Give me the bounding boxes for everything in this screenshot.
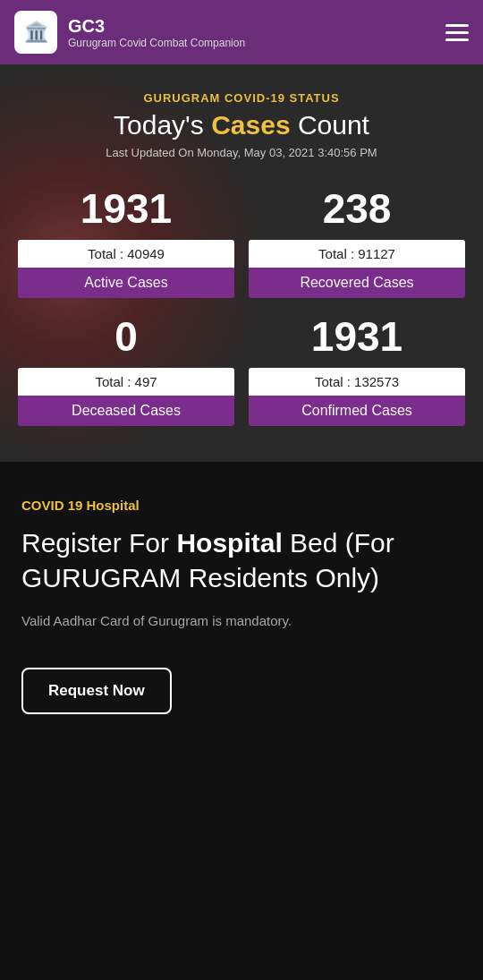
covid-status-section: GURUGRAM COVID-19 STATUS Today's Cases C… xyxy=(0,64,483,462)
stat-card-deceased: 0 Total : 497 Deceased Cases xyxy=(18,312,234,426)
stat-label-recovered: Recovered Cases xyxy=(249,268,465,298)
hospital-title: Register For Hospital Bed (For GURUGRAM … xyxy=(21,525,462,595)
stats-grid: 1931 Total : 40949 Active Cases 238 Tota… xyxy=(18,184,465,426)
hospital-title-bold: Hospital xyxy=(176,528,282,558)
stat-number-confirmed: 1931 xyxy=(249,312,465,361)
covid-title-highlight: Cases xyxy=(211,110,290,140)
hospital-tag: COVID 19 Hospital xyxy=(21,498,462,513)
stat-card-confirmed: 1931 Total : 132573 Confirmed Cases xyxy=(249,312,465,426)
hospital-title-plain: Register For xyxy=(21,528,176,558)
header-brand: 🏛️ GC3 Gurugram Covid Combat Companion xyxy=(14,11,245,54)
stat-number-recovered: 238 xyxy=(249,184,465,233)
stat-label-deceased: Deceased Cases xyxy=(18,396,234,426)
stat-number-deceased: 0 xyxy=(18,312,234,361)
stat-card-active: 1931 Total : 40949 Active Cases xyxy=(18,184,234,298)
covid-title-part1: Today's xyxy=(114,110,211,140)
covid-last-updated: Last Updated On Monday, May 03, 2021 3:4… xyxy=(18,146,465,159)
stat-label-active: Active Cases xyxy=(18,268,234,298)
hospital-description: Valid Aadhar Card of Gurugram is mandato… xyxy=(21,611,462,632)
stat-number-active: 1931 xyxy=(18,184,234,233)
request-now-button[interactable]: Request Now xyxy=(21,668,172,714)
stat-card-recovered: 238 Total : 91127 Recovered Cases xyxy=(249,184,465,298)
covid-title-part2: Count xyxy=(291,110,369,140)
hospital-section: COVID 19 Hospital Register For Hospital … xyxy=(0,462,483,759)
menu-line-2 xyxy=(445,31,469,34)
menu-line-3 xyxy=(445,38,469,41)
header-text: GC3 Gurugram Covid Combat Companion xyxy=(68,15,245,49)
covid-section-label: GURUGRAM COVID-19 STATUS xyxy=(18,91,465,105)
menu-line-1 xyxy=(445,24,469,27)
covid-title: Today's Cases Count xyxy=(18,110,465,141)
stat-total-recovered: Total : 91127 xyxy=(249,240,465,268)
menu-button[interactable] xyxy=(445,24,469,41)
stat-label-confirmed: Confirmed Cases xyxy=(249,396,465,426)
stat-total-active: Total : 40949 xyxy=(18,240,234,268)
covid-content: GURUGRAM COVID-19 STATUS Today's Cases C… xyxy=(18,91,465,426)
stat-total-confirmed: Total : 132573 xyxy=(249,368,465,396)
app-logo: 🏛️ xyxy=(14,11,57,54)
app-subtitle: Gurugram Covid Combat Companion xyxy=(68,37,245,49)
app-header: 🏛️ GC3 Gurugram Covid Combat Companion xyxy=(0,0,483,64)
app-name: GC3 xyxy=(68,15,245,37)
stat-total-deceased: Total : 497 xyxy=(18,368,234,396)
logo-icon: 🏛️ xyxy=(24,21,48,44)
